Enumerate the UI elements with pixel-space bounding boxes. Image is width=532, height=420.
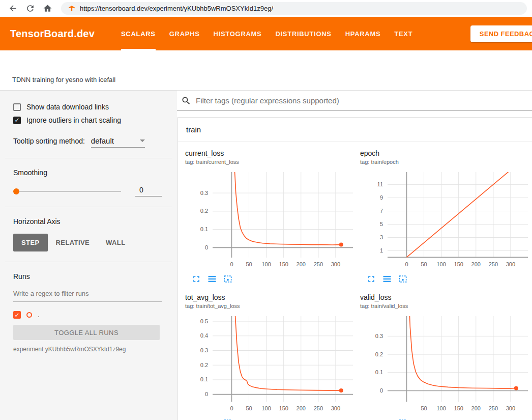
show-download-row[interactable]: Show data download links xyxy=(13,103,162,111)
svg-text:5: 5 xyxy=(380,221,383,227)
svg-text:0.3: 0.3 xyxy=(200,190,208,196)
runs-filter-field xyxy=(13,289,162,302)
smoothing-slider-track[interactable] xyxy=(13,191,121,192)
send-feedback-button[interactable]: SEND FEEDBACK xyxy=(470,25,532,42)
tab-hparams[interactable]: HPARAMS xyxy=(345,17,381,50)
chart-tag: tag: train/tot_avg_loss xyxy=(185,303,356,309)
svg-text:11: 11 xyxy=(377,181,383,187)
tab-scalars[interactable]: SCALARS xyxy=(121,17,156,50)
sidebar-divider xyxy=(5,158,172,158)
expand-chart-button[interactable] xyxy=(366,274,376,284)
ignore-outliers-checkbox[interactable]: ✓ xyxy=(13,117,21,124)
fit-domain-button[interactable] xyxy=(223,418,233,420)
horizontal-lines-icon xyxy=(382,274,392,284)
svg-text:300: 300 xyxy=(331,261,340,267)
svg-text:300: 300 xyxy=(506,261,515,267)
fit-domain-button[interactable] xyxy=(398,274,408,284)
tab-histograms[interactable]: HISTOGRAMS xyxy=(214,17,262,50)
data-table-button[interactable] xyxy=(207,274,217,284)
tab-text[interactable]: TEXT xyxy=(394,17,412,50)
chart-card: valid_loss tag: train/valid_loss 00.10.2… xyxy=(360,293,531,420)
fit-domain-button[interactable] xyxy=(223,274,233,284)
fit-domain-button[interactable] xyxy=(398,418,408,420)
smoothing-slider-row: 0 xyxy=(13,186,162,197)
data-table-button[interactable] xyxy=(382,418,392,420)
arrow-left-icon xyxy=(8,4,18,13)
svg-text:0: 0 xyxy=(380,387,383,394)
scalar-line-chart[interactable]: 00.10.20.30.40.5050100150200250300 xyxy=(185,312,356,417)
data-table-button[interactable] xyxy=(207,418,217,420)
horizontal-lines-icon xyxy=(207,418,217,420)
axis-step-button[interactable]: STEP xyxy=(13,234,48,251)
run-checkbox[interactable]: ✓ xyxy=(13,311,21,319)
svg-text:250: 250 xyxy=(489,405,498,411)
section-header-train[interactable]: train xyxy=(178,118,532,142)
svg-text:100: 100 xyxy=(261,261,271,267)
axis-relative-button[interactable]: RELATIVE xyxy=(48,234,98,251)
svg-text:0.1: 0.1 xyxy=(375,369,383,375)
fullscreen-icon xyxy=(191,274,201,284)
svg-text:50: 50 xyxy=(246,405,252,411)
tooltip-sorting-row: Tooltip sorting method: default xyxy=(13,136,162,148)
home-icon xyxy=(43,4,52,13)
chart-actions xyxy=(366,274,531,284)
chart-card: current_loss tag: train/current_loss 00.… xyxy=(185,149,356,284)
scalar-line-chart[interactable]: 00.10.20.3050100150200250300 xyxy=(185,168,356,273)
svg-text:300: 300 xyxy=(331,405,340,411)
fullscreen-icon xyxy=(366,418,376,420)
tab-graphs[interactable]: GRAPHS xyxy=(169,17,200,50)
svg-text:7: 7 xyxy=(380,208,383,214)
svg-text:150: 150 xyxy=(279,405,288,411)
axis-wall-button[interactable]: WALL xyxy=(98,234,133,251)
expand-chart-button[interactable] xyxy=(366,418,376,420)
fit-domain-icon xyxy=(398,274,408,284)
scalar-line-chart[interactable]: 1357911050100150200250300 xyxy=(360,168,531,273)
chart-tag: tag: train/epoch xyxy=(360,159,531,165)
url-text: https://tensorboard.dev/experiment/yKUbh… xyxy=(80,5,273,12)
expand-chart-button[interactable] xyxy=(191,274,201,284)
show-download-label: Show data download links xyxy=(26,103,109,111)
tag-filter-input[interactable] xyxy=(196,96,532,105)
smoothing-value-input[interactable]: 0 xyxy=(135,186,162,197)
experiment-subheader: TDNN training for yesno with icefall xyxy=(0,50,532,91)
chart-actions xyxy=(191,274,356,284)
run-name[interactable]: . xyxy=(38,311,40,319)
horizontal-axis-label: Horizontal Axis xyxy=(13,217,162,226)
browser-toolbar: https://tensorboard.dev/experiment/yKUbh… xyxy=(0,0,532,17)
caret-down-icon xyxy=(140,139,145,142)
horizontal-lines-icon xyxy=(382,418,392,420)
ignore-outliers-row[interactable]: ✓ Ignore outliers in chart scaling xyxy=(13,116,162,124)
home-button[interactable] xyxy=(40,2,55,16)
scalar-line-chart[interactable]: 00.10.20.350100150200250300 xyxy=(360,312,531,417)
smoothing-slider-thumb[interactable] xyxy=(13,188,19,194)
svg-text:9: 9 xyxy=(380,194,383,201)
fit-domain-icon xyxy=(398,418,408,420)
chart-card: tot_avg_loss tag: train/tot_avg_loss 00.… xyxy=(185,293,356,420)
toggle-all-runs-button[interactable]: TOGGLE ALL RUNS xyxy=(13,325,160,340)
expand-chart-button[interactable] xyxy=(191,418,201,420)
chart-title: epoch xyxy=(360,149,531,157)
address-bar[interactable]: https://tensorboard.dev/experiment/yKUbh… xyxy=(61,2,527,15)
tooltip-sorting-dropdown[interactable]: default xyxy=(91,136,145,148)
svg-text:250: 250 xyxy=(489,261,498,267)
svg-text:200: 200 xyxy=(471,405,481,411)
train-section-card: train current_loss tag: train/current_lo… xyxy=(178,117,532,420)
runs-filter-input[interactable] xyxy=(13,290,162,297)
svg-text:0: 0 xyxy=(205,391,208,397)
reload-button[interactable] xyxy=(22,2,38,16)
back-button[interactable] xyxy=(5,2,20,16)
show-download-checkbox[interactable] xyxy=(13,103,21,111)
run-list-item[interactable]: ✓ . xyxy=(13,311,162,319)
svg-text:0.2: 0.2 xyxy=(200,362,208,368)
tab-distributions[interactable]: DISTRIBUTIONS xyxy=(275,17,331,50)
svg-text:0: 0 xyxy=(205,244,208,250)
svg-text:0: 0 xyxy=(405,261,408,267)
svg-text:0: 0 xyxy=(230,405,233,411)
chart-grid: current_loss tag: train/current_loss 00.… xyxy=(178,142,532,420)
tooltip-sorting-value: default xyxy=(91,136,114,145)
svg-text:250: 250 xyxy=(314,405,323,411)
svg-text:3: 3 xyxy=(380,234,383,240)
data-table-button[interactable] xyxy=(382,274,392,284)
chart-title: tot_avg_loss xyxy=(185,293,356,301)
app-header: TensorBoard.dev SCALARS GRAPHS HISTOGRAM… xyxy=(0,17,532,50)
